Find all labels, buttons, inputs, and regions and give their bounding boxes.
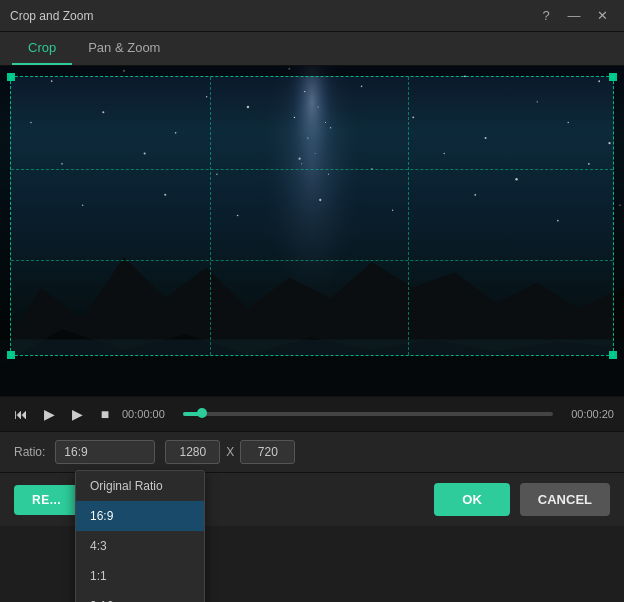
video-background	[0, 66, 624, 396]
progress-bar[interactable]	[183, 412, 553, 416]
svg-point-23	[515, 178, 517, 180]
time-current: 00:00:00	[122, 408, 177, 420]
svg-point-38	[325, 122, 326, 123]
ratio-label: Ratio:	[14, 445, 45, 459]
height-input[interactable]	[240, 440, 295, 464]
settings-row: Ratio: Original Ratio 16:9 4:3 1:1 9:16 …	[0, 431, 624, 472]
svg-point-4	[361, 86, 363, 88]
dimension-x-label: X	[226, 445, 234, 459]
overlay-right	[614, 76, 624, 356]
tabs-bar: Crop Pan & Zoom	[0, 32, 624, 66]
svg-point-36	[318, 107, 319, 108]
svg-point-41	[301, 163, 302, 164]
svg-point-9	[102, 111, 104, 113]
minimize-button[interactable]: —	[562, 6, 586, 26]
progress-thumb	[197, 408, 207, 418]
svg-point-13	[412, 116, 414, 118]
time-total: 00:00:20	[559, 408, 614, 420]
svg-point-10	[175, 132, 177, 134]
stop-button[interactable]: ■	[94, 403, 116, 425]
play-button[interactable]: ▶	[38, 403, 60, 425]
svg-point-2	[206, 96, 207, 97]
svg-point-22	[444, 153, 445, 154]
tab-crop[interactable]: Crop	[12, 32, 72, 65]
svg-point-16	[608, 142, 610, 144]
svg-point-11	[247, 106, 249, 108]
svg-point-0	[51, 80, 53, 82]
cancel-button[interactable]: CANCEL	[520, 483, 610, 516]
action-buttons: OK CANCEL	[434, 483, 610, 516]
svg-point-26	[164, 194, 166, 196]
reset-button[interactable]: RE...	[14, 485, 79, 515]
starfield	[0, 66, 624, 396]
svg-point-40	[315, 153, 316, 154]
playback-controls: ⏮ ▶ ▶ ■ 00:00:00 00:00:20	[0, 396, 624, 431]
skip-back-button[interactable]: ⏮	[10, 403, 32, 425]
svg-point-15	[567, 122, 568, 123]
close-button[interactable]: ✕	[590, 6, 614, 26]
svg-point-29	[392, 210, 393, 211]
svg-point-6	[536, 101, 537, 102]
play-alt-button[interactable]: ▶	[66, 403, 88, 425]
svg-point-21	[371, 168, 373, 170]
window-title: Crop and Zoom	[10, 9, 93, 23]
dropdown-item-9-16[interactable]: 9:16	[76, 591, 204, 602]
svg-point-24	[588, 163, 590, 165]
ok-button[interactable]: OK	[434, 483, 510, 516]
dropdown-item-16-9[interactable]: 16:9	[76, 501, 204, 531]
tab-pan-zoom[interactable]: Pan & Zoom	[72, 32, 176, 65]
svg-point-14	[485, 137, 487, 139]
svg-point-17	[61, 163, 63, 165]
overlay-left	[0, 76, 10, 356]
dimension-inputs: X	[165, 440, 295, 464]
svg-point-7	[598, 80, 600, 82]
svg-point-19	[216, 173, 217, 174]
svg-point-37	[294, 117, 295, 118]
svg-point-30	[474, 194, 476, 196]
width-input[interactable]	[165, 440, 220, 464]
svg-point-42	[328, 174, 329, 175]
svg-point-18	[144, 152, 146, 154]
svg-point-8	[30, 122, 31, 123]
title-bar: Crop and Zoom ? — ✕	[0, 0, 624, 32]
help-button[interactable]: ?	[534, 6, 558, 26]
dropdown-item-1-1[interactable]: 1:1	[76, 561, 204, 591]
ratio-select[interactable]: Original Ratio 16:9 4:3 1:1 9:16 Custom	[55, 440, 155, 464]
overlay-top	[0, 66, 624, 76]
dropdown-item-original[interactable]: Original Ratio	[76, 471, 204, 501]
dropdown-list: Original Ratio 16:9 4:3 1:1 9:16 Custom	[75, 470, 205, 602]
svg-point-39	[307, 137, 308, 138]
svg-point-25	[82, 204, 83, 205]
video-preview	[0, 66, 624, 396]
window-controls: ? — ✕	[534, 6, 614, 26]
dropdown-item-4-3[interactable]: 4:3	[76, 531, 204, 561]
svg-point-31	[557, 220, 559, 222]
svg-point-27	[237, 215, 239, 217]
svg-point-35	[304, 91, 305, 92]
overlay-bottom	[0, 356, 624, 396]
ratio-select-wrapper: Original Ratio 16:9 4:3 1:1 9:16 Custom	[55, 440, 155, 464]
